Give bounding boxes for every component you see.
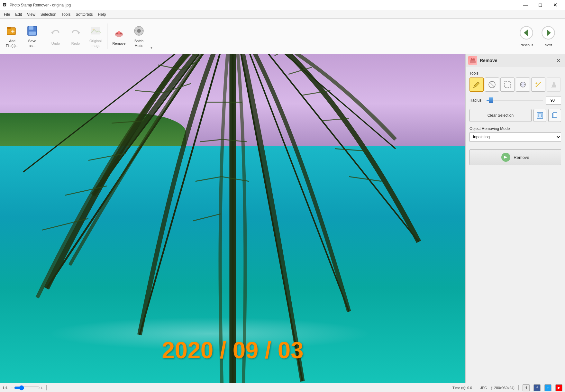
save-as-label: Saveas... (28, 39, 36, 48)
icon-btn-1[interactable] (533, 109, 546, 122)
app-icon: 🖼 (3, 3, 8, 8)
status-separator-3 (518, 385, 519, 390)
zoom-minus-button[interactable]: − (11, 385, 14, 390)
tool-stamp-button[interactable] (547, 77, 561, 92)
toolbox-icon (468, 56, 477, 65)
svg-point-14 (137, 29, 141, 33)
status-right: Time (s): 0.0 JPG (1280x960x24) ℹ f t ▶ (452, 384, 562, 391)
save-as-icon (26, 24, 39, 37)
status-separator (46, 385, 47, 390)
radius-section: Radius (469, 96, 561, 105)
toolbar-more-arrow[interactable]: ▼ (150, 46, 153, 50)
svg-rect-71 (553, 113, 557, 117)
action-row: Clear Selection (469, 109, 561, 122)
separator-2 (107, 23, 107, 49)
radius-row: Radius (469, 96, 561, 105)
status-separator-2 (476, 385, 476, 390)
nav-section: Previous Next (517, 24, 558, 48)
tool-wand-button[interactable] (531, 77, 545, 92)
format-label: JPG (480, 386, 487, 390)
share-facebook-button[interactable]: f (533, 384, 541, 391)
remove-icon-toolbar (113, 27, 125, 40)
title-bar: 🖼 Photo Stamp Remover - original.jpg — □… (0, 0, 565, 10)
svg-rect-62 (505, 82, 510, 87)
toolbox-body: Tools (466, 67, 565, 169)
photo-background: 2020 / 09 / 03 (0, 54, 465, 383)
share-twitter-button[interactable]: t (544, 384, 551, 391)
menu-edit[interactable]: Edit (13, 11, 24, 18)
object-removing-mode-label: Object Removing Mode (469, 126, 561, 131)
zoom-plus-button[interactable]: + (41, 385, 43, 390)
clear-selection-button[interactable]: Clear Selection (469, 109, 532, 122)
tool-pencil-button[interactable] (469, 77, 484, 92)
batch-mode-label: BatchMode (134, 39, 143, 48)
menu-view[interactable]: View (24, 11, 38, 18)
menu-selection[interactable]: Selection (38, 11, 59, 18)
object-removing-section: Object Removing Mode Inpainting Content-… (469, 126, 561, 141)
undo-label: Undo (51, 41, 60, 45)
batch-mode-button[interactable]: BatchMode (129, 22, 149, 51)
toolbar-buttons: Add File(s)... Saveas... Undo Redo Orig (3, 22, 515, 51)
svg-line-61 (489, 82, 495, 87)
separator-1 (44, 23, 44, 49)
photo-container: 2020 / 09 / 03 (0, 54, 465, 383)
radius-slider-wrap[interactable] (487, 97, 543, 104)
zoom-slider[interactable] (14, 386, 40, 390)
svg-rect-66 (552, 85, 556, 87)
remove-button-toolbar[interactable]: Remove (109, 22, 129, 51)
next-button[interactable]: Next (539, 24, 558, 48)
redo-icon (69, 27, 82, 40)
previous-button[interactable]: Previous (517, 24, 536, 48)
svg-rect-1 (7, 27, 11, 29)
zoom-level: 1:1 (3, 386, 8, 390)
close-button[interactable]: ✕ (548, 0, 562, 10)
tools-section-label: Tools (469, 71, 561, 76)
redo-label: Redo (71, 41, 80, 45)
redo-button[interactable]: Redo (66, 22, 85, 51)
radius-input[interactable] (546, 96, 561, 105)
svg-marker-7 (51, 31, 54, 34)
menu-softorbits[interactable]: SoftOrbits (73, 11, 95, 18)
undo-button[interactable]: Undo (46, 22, 65, 51)
minimize-button[interactable]: — (518, 0, 533, 10)
tools-row (469, 77, 561, 92)
tool-rect-select-button[interactable] (500, 77, 515, 92)
original-image-button[interactable]: OriginalImage (86, 22, 105, 51)
svg-marker-72 (504, 156, 507, 159)
remove-button-toolbox[interactable]: Remove (469, 149, 561, 165)
info-button[interactable]: ℹ (523, 384, 530, 391)
toolbar: Add File(s)... Saveas... Undo Redo Orig (0, 19, 565, 54)
add-files-label: Add File(s)... (4, 39, 20, 48)
time-label: Time (s): 0.0 (452, 386, 472, 390)
tool-magic-button[interactable] (516, 77, 530, 92)
icon-btn-2[interactable] (548, 109, 561, 122)
remove-label-toolbar: Remove (113, 41, 126, 45)
window-title: Photo Stamp Remover - original.jpg (10, 3, 518, 7)
svg-point-65 (540, 82, 541, 83)
add-files-button[interactable]: Add File(s)... (3, 22, 22, 51)
radius-thumb[interactable] (489, 97, 493, 103)
window-controls: — □ ✕ (518, 0, 562, 10)
canvas-area[interactable]: 2020 / 09 / 03 (0, 54, 465, 383)
menu-tools[interactable]: Tools (59, 11, 73, 18)
mode-select[interactable]: Inpainting Content-Aware Fill Clone Stam… (469, 132, 561, 141)
toolbox-panel: Remove ✕ Tools (465, 54, 565, 383)
maximize-button[interactable]: □ (533, 0, 548, 10)
svg-marker-8 (77, 31, 80, 34)
toolbox-close-button[interactable]: ✕ (554, 57, 562, 64)
menu-file[interactable]: File (1, 11, 13, 18)
svg-point-12 (118, 31, 120, 34)
date-stamp: 2020 / 09 / 03 (162, 337, 303, 363)
main-area: 2020 / 09 / 03 Remove ✕ Tools (0, 54, 565, 383)
original-image-label: OriginalImage (89, 39, 102, 48)
status-zoom: 1:1 (3, 386, 8, 390)
tool-eraser-button[interactable] (485, 77, 499, 92)
add-files-icon (6, 24, 19, 37)
share-youtube-button[interactable]: ▶ (555, 384, 562, 391)
undo-icon (49, 27, 62, 40)
original-image-icon (89, 24, 102, 37)
menu-help[interactable]: Help (96, 11, 109, 18)
save-as-button[interactable]: Saveas... (23, 22, 42, 51)
svg-rect-5 (29, 26, 33, 30)
status-bar: 1:1 − + Time (s): 0.0 JPG (1280x960x24) … (0, 383, 565, 392)
